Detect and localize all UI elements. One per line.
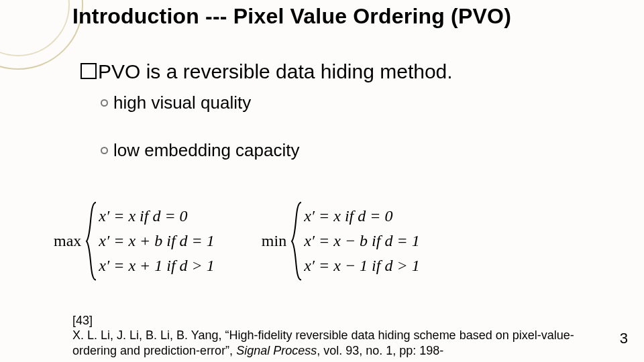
equation-label-max: max [54, 232, 81, 250]
reference-number: [43] [72, 314, 93, 327]
slide-title: Introduction --- Pixel Value Ordering (P… [72, 4, 511, 29]
equation-min: min x′ = x if d = 0 x′ = x − b if d = 1 … [262, 201, 420, 282]
equation-line: x′ = x if d = 0 [304, 204, 419, 229]
equation-max: max x′ = x if d = 0 x′ = x + b if d = 1 … [54, 201, 215, 282]
subpoints-list: high visual quality low embedding capaci… [101, 93, 617, 161]
left-brace-icon [290, 201, 304, 282]
equation-line: x′ = x if d = 0 [99, 204, 214, 229]
equation-line: x′ = x − b if d = 1 [304, 229, 419, 253]
equation-lines: x′ = x if d = 0 x′ = x − b if d = 1 x′ =… [304, 201, 419, 282]
circle-bullet-icon [101, 99, 108, 107]
reference-authors: X. L. Li, J. Li, B. Li, B. Yang, [72, 328, 221, 342]
equation-label-min: min [262, 232, 286, 250]
reference-citation: [43] X. L. Li, J. Li, B. Li, B. Yang, “H… [72, 313, 604, 359]
subpoint-text: low embedding capacity [113, 140, 300, 160]
page-number: 3 [620, 330, 628, 347]
circle-bullet-icon [101, 147, 108, 154]
equation-line: x′ = x − 1 if d > 1 [304, 253, 419, 278]
equations-block: max x′ = x if d = 0 x′ = x + b if d = 1 … [54, 201, 624, 282]
subpoint-item: low embedding capacity [101, 140, 617, 161]
equation-line: x′ = x + b if d = 1 [99, 229, 214, 253]
square-bullet-icon [80, 63, 97, 79]
equation-lines: x′ = x if d = 0 x′ = x + b if d = 1 x′ =… [99, 201, 214, 282]
reference-rest: , vol. 93, no. 1, pp: 198- [317, 344, 443, 357]
headline-text: PVO is a reversible data hiding method. [98, 60, 453, 82]
reference-journal: Signal Process [236, 344, 317, 357]
subpoint-item: high visual quality [101, 93, 617, 113]
subpoint-text: high visual quality [113, 93, 251, 113]
headline: PVO is a reversible data hiding method. [80, 60, 617, 83]
body-area: PVO is a reversible data hiding method. … [80, 60, 617, 188]
left-brace-icon [85, 201, 99, 282]
equation-line: x′ = x + 1 if d > 1 [99, 253, 214, 278]
